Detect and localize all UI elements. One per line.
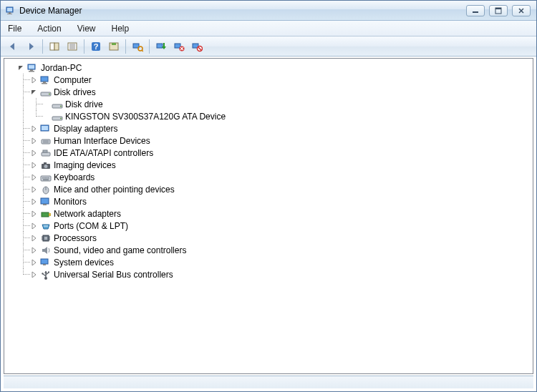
close-button[interactable] — [512, 5, 531, 16]
menu-view[interactable]: View — [74, 22, 99, 35]
tree-label: Monitors — [54, 196, 87, 207]
tree-item-disk-drive[interactable]: Disk drive — [4, 98, 533, 110]
update-driver-button[interactable] — [153, 39, 169, 54]
device-manager-window: Device Manager File Action View Help ? — [0, 0, 537, 392]
svg-rect-19 — [112, 43, 116, 45]
tree-label: Display adapters — [54, 123, 117, 134]
expand-icon[interactable] — [30, 173, 39, 182]
tree-label: Sound, video and game controllers — [54, 245, 186, 255]
menu-file[interactable]: File — [5, 22, 24, 35]
svg-rect-64 — [43, 204, 47, 205]
status-bar — [4, 376, 533, 388]
tree-category-ide[interactable]: IDE ATA/ATAPI controllers — [4, 147, 533, 159]
tree-label: Jordan-PC — [41, 62, 82, 73]
minimize-button[interactable] — [466, 5, 485, 16]
usb-icon — [40, 269, 52, 280]
maximize-button[interactable] — [489, 5, 508, 16]
show-hidden-button[interactable] — [106, 39, 122, 54]
svg-rect-55 — [42, 177, 44, 179]
svg-rect-36 — [43, 82, 46, 83]
svg-rect-79 — [43, 264, 46, 265]
tree-label: System devices — [54, 257, 114, 268]
svg-point-68 — [45, 225, 47, 227]
svg-rect-1 — [7, 8, 12, 11]
svg-rect-66 — [49, 213, 51, 216]
svg-rect-60 — [43, 179, 49, 180]
tree-item-kingston[interactable]: KINGSTON SV300S37A120G ATA Device — [4, 110, 533, 122]
expand-icon[interactable] — [30, 258, 39, 267]
properties-toolbar-button[interactable] — [64, 39, 80, 54]
network-adapter-icon — [40, 208, 52, 220]
expand-icon[interactable] — [30, 210, 39, 218]
expand-icon[interactable] — [30, 270, 39, 279]
tree-category-processors[interactable]: Processors — [4, 232, 533, 244]
window-title: Device Manager — [19, 6, 466, 16]
show-hide-tree-button[interactable] — [47, 39, 62, 54]
mouse-icon — [40, 184, 52, 195]
expand-icon[interactable] — [30, 76, 39, 84]
svg-point-43 — [60, 117, 62, 119]
tree-category-network[interactable]: Network adapters — [4, 207, 533, 220]
tree-category-keyboards[interactable]: Keyboards — [4, 171, 533, 183]
tree-label: Imaging devices — [54, 160, 116, 170]
tree-label: Computer — [54, 74, 92, 85]
tree-category-disk-drives[interactable]: Disk drives — [4, 86, 533, 98]
computer-icon — [40, 74, 52, 86]
expand-icon[interactable] — [30, 234, 39, 242]
expand-icon[interactable] — [30, 137, 39, 145]
tree-label: IDE ATA/ATAPI controllers — [54, 147, 153, 158]
tree-label: Mice and other pointing devices — [54, 184, 175, 195]
svg-rect-24 — [175, 44, 180, 48]
tree-category-ports[interactable]: Ports (COM & LPT) — [4, 220, 533, 232]
tree-category-sound[interactable]: Sound, video and game controllers — [4, 244, 533, 256]
device-tree[interactable]: Jordan-PC Computer Disk drives Disk driv… — [4, 58, 533, 374]
svg-rect-65 — [42, 212, 49, 217]
tree-category-mice[interactable]: Mice and other pointing devices — [4, 183, 533, 195]
menu-action[interactable]: Action — [34, 22, 64, 35]
svg-rect-50 — [43, 150, 47, 152]
tree-category-imaging[interactable]: Imaging devices — [4, 159, 533, 171]
svg-point-41 — [60, 105, 62, 107]
forward-button[interactable] — [23, 39, 39, 54]
separator — [84, 39, 84, 54]
tree-category-display-adapters[interactable]: Display adapters — [4, 122, 533, 134]
disable-button[interactable] — [189, 39, 205, 54]
disk-drive-icon — [52, 99, 63, 110]
tree-category-usb[interactable]: Universal Serial Bus controllers — [4, 268, 533, 280]
svg-point-52 — [44, 165, 48, 168]
svg-rect-34 — [29, 71, 34, 72]
tree-category-monitors[interactable]: Monitors — [4, 195, 533, 207]
expand-icon[interactable] — [30, 197, 39, 206]
speaker-icon — [40, 245, 52, 256]
back-button[interactable] — [5, 39, 21, 54]
svg-rect-9 — [50, 43, 54, 50]
svg-line-22 — [142, 50, 143, 52]
collapse-icon[interactable] — [30, 88, 39, 97]
expand-icon[interactable] — [30, 124, 39, 133]
tree-category-computer[interactable]: Computer — [4, 74, 533, 86]
tree-category-system[interactable]: System devices — [4, 256, 533, 268]
keyboard-icon — [40, 172, 52, 183]
svg-rect-33 — [30, 69, 33, 71]
scan-hardware-button[interactable] — [130, 39, 145, 54]
svg-rect-46 — [42, 139, 50, 144]
menu-help[interactable]: Help — [109, 22, 132, 35]
svg-point-69 — [47, 225, 48, 227]
title-bar[interactable]: Device Manager — [1, 1, 536, 21]
uninstall-button[interactable] — [171, 39, 187, 54]
expand-icon[interactable] — [30, 161, 39, 170]
expand-icon[interactable] — [30, 149, 39, 157]
monitor-icon — [40, 196, 52, 207]
help-toolbar-button[interactable]: ? — [88, 39, 104, 54]
expand-icon[interactable] — [30, 185, 39, 194]
expand-icon[interactable] — [30, 222, 39, 230]
display-adapter-icon — [40, 123, 52, 134]
app-icon — [5, 5, 16, 16]
tree-root[interactable]: Jordan-PC — [4, 62, 533, 74]
tree-category-hid[interactable]: Human Interface Devices — [4, 134, 533, 147]
svg-rect-37 — [42, 83, 47, 84]
expand-icon[interactable] — [30, 246, 39, 255]
tree-label: Network adapters — [54, 208, 121, 219]
svg-rect-53 — [44, 162, 47, 164]
collapse-icon[interactable] — [17, 64, 26, 72]
